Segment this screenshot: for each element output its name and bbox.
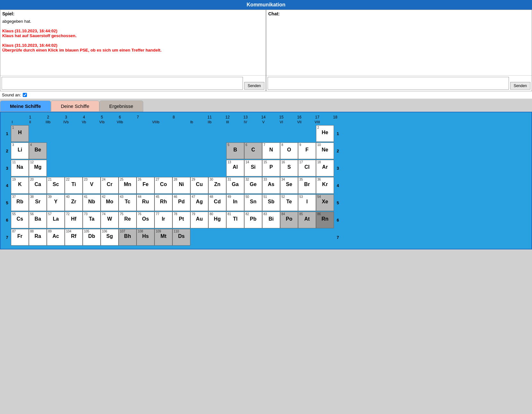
- pse-container: 1 2 3 4 5 6 7 8 9 10 11 12 13 14 15 16 1…: [0, 112, 532, 249]
- element-Ir[interactable]: 77Ir: [154, 212, 172, 228]
- tab-meine-schiffe[interactable]: Meine Schiffe: [0, 101, 51, 112]
- element-S[interactable]: 16S: [280, 160, 298, 176]
- chat-senden-button[interactable]: Senden: [510, 82, 530, 90]
- element-Au[interactable]: 79Au: [190, 212, 208, 228]
- element-Tc[interactable]: 43Tc: [119, 194, 137, 211]
- element-Na[interactable]: 11Na: [11, 160, 29, 176]
- element-Al[interactable]: 13Al: [226, 160, 244, 176]
- element-Ac[interactable]: 89Ac: [47, 229, 65, 246]
- element-B[interactable]: 5B: [226, 142, 244, 159]
- element-F[interactable]: 9F: [298, 142, 316, 159]
- spiel-input[interactable]: [2, 77, 243, 90]
- element-W[interactable]: 74W: [101, 212, 119, 228]
- element-Pt[interactable]: 78Pt: [172, 212, 190, 228]
- element-Hg[interactable]: 80Hg: [208, 212, 226, 228]
- element-Ra[interactable]: 88Ra: [29, 229, 47, 246]
- element-C[interactable]: 6C: [244, 142, 262, 159]
- element-Sb[interactable]: 51Sb: [262, 194, 280, 211]
- element-Be[interactable]: 4Be: [29, 142, 47, 159]
- element-Re[interactable]: 75Re: [119, 212, 137, 228]
- element-As[interactable]: 33As: [262, 177, 280, 194]
- element-Li[interactable]: 3Li: [11, 142, 29, 159]
- element-Fe[interactable]: 26Fe: [137, 177, 154, 194]
- element-Ne[interactable]: 10Ne: [316, 142, 334, 159]
- element-I[interactable]: 53I: [298, 194, 316, 211]
- element-Y[interactable]: 39Y: [47, 194, 65, 211]
- element-Ag[interactable]: 47Ag: [190, 194, 208, 211]
- element-Te[interactable]: 52Te: [280, 194, 298, 211]
- element-In[interactable]: 49In: [226, 194, 244, 211]
- period-row-2: 2 3Li 4Be 5B 6C 7N 8O 9F 10Ne 2: [3, 142, 529, 159]
- element-Cs[interactable]: 55Cs: [11, 212, 29, 228]
- element-Sr[interactable]: 38Sr: [29, 194, 47, 211]
- element-Ca[interactable]: 20Ca: [29, 177, 47, 194]
- element-P[interactable]: 15P: [262, 160, 280, 176]
- element-Ga[interactable]: 31Ga: [226, 177, 244, 194]
- element-Ge[interactable]: 32Ge: [244, 177, 262, 194]
- element-Os[interactable]: 76Os: [137, 212, 154, 228]
- element-Mt[interactable]: 109Mt: [154, 229, 172, 246]
- element-O[interactable]: 8O: [280, 142, 298, 159]
- element-Sc[interactable]: 21Sc: [47, 177, 65, 194]
- element-Cu[interactable]: 29Cu: [190, 177, 208, 194]
- element-V[interactable]: 23V: [83, 177, 101, 194]
- element-Ni[interactable]: 28Ni: [172, 177, 190, 194]
- element-Br[interactable]: 35Br: [298, 177, 316, 194]
- element-Se[interactable]: 34Se: [280, 177, 298, 194]
- element-Co[interactable]: 27Co: [154, 177, 172, 194]
- element-Xe[interactable]: 54Xe: [316, 194, 334, 211]
- chat-input[interactable]: [268, 77, 509, 90]
- sound-checkbox[interactable]: [23, 93, 27, 97]
- element-Pb[interactable]: 82Pb: [244, 212, 262, 228]
- period-row-4: 4 19K 20Ca 21Sc 22Ti 23V 24Cr 25Mn 26Fe …: [3, 177, 529, 194]
- element-Ru[interactable]: 44Ru: [137, 194, 154, 211]
- spiel-senden-button[interactable]: Senden: [244, 82, 264, 90]
- element-Ba[interactable]: 56Ba: [29, 212, 47, 228]
- element-Bi[interactable]: 83Bi: [262, 212, 280, 228]
- element-Ar[interactable]: 18Ar: [316, 160, 334, 176]
- element-K[interactable]: 19K: [11, 177, 29, 194]
- element-Zn[interactable]: 30Zn: [208, 177, 226, 194]
- element-Nb[interactable]: 41Nb: [83, 194, 101, 211]
- element-Rb[interactable]: 37Rb: [11, 194, 29, 211]
- col-group-row: I II IIIb IVb Vb VIb VIIb VIIIb Ib IIb I…: [3, 120, 529, 124]
- element-Hs[interactable]: 108Hs: [137, 229, 154, 246]
- tab-deine-schiffe[interactable]: Deine Schiffe: [51, 101, 99, 112]
- element-Sg[interactable]: 106Sg: [101, 229, 119, 246]
- element-At[interactable]: 85At: [298, 212, 316, 228]
- element-Hf[interactable]: 72Hf: [65, 212, 83, 228]
- element-Cl[interactable]: 17Cl: [298, 160, 316, 176]
- element-Ta[interactable]: 73Ta: [83, 212, 101, 228]
- tab-ergebnisse[interactable]: Ergebnisse: [99, 101, 143, 112]
- period-row-7: 7 87Fr 88Ra 89Ac 104Rf 105Db 106Sg 107Bh…: [3, 229, 529, 246]
- element-Zr[interactable]: 40Zr: [65, 194, 83, 211]
- sound-row: Sound an:: [0, 91, 532, 99]
- element-Mn[interactable]: 25Mn: [119, 177, 137, 194]
- chat-label: Chat:: [266, 10, 532, 18]
- spiel-panel: Spiel: abgegeben hat. Klaus (31.10.2023,…: [0, 10, 266, 91]
- element-Mg[interactable]: 12Mg: [29, 160, 47, 176]
- element-Cd[interactable]: 48Cd: [208, 194, 226, 211]
- element-Rh[interactable]: 45Rh: [154, 194, 172, 211]
- element-Po[interactable]: 84Po: [280, 212, 298, 228]
- element-Mo[interactable]: 42Mo: [101, 194, 119, 211]
- element-H[interactable]: 1H: [11, 125, 29, 142]
- spiel-input-row: Senden: [0, 75, 266, 91]
- element-Db[interactable]: 105Db: [83, 229, 101, 246]
- element-Fr[interactable]: 87Fr: [11, 229, 29, 246]
- element-Bh[interactable]: 107Bh: [119, 229, 137, 246]
- element-Ds[interactable]: 110Ds: [172, 229, 190, 246]
- element-Si[interactable]: 14Si: [244, 160, 262, 176]
- element-Sn[interactable]: 50Sn: [244, 194, 262, 211]
- sound-label: Sound an:: [2, 93, 21, 97]
- element-Kr[interactable]: 36Kr: [316, 177, 334, 194]
- element-Cr[interactable]: 24Cr: [101, 177, 119, 194]
- element-Rf[interactable]: 104Rf: [65, 229, 83, 246]
- element-He[interactable]: 2He: [316, 125, 334, 142]
- element-La[interactable]: 57La: [47, 212, 65, 228]
- element-N[interactable]: 7N: [262, 142, 280, 159]
- element-Ti[interactable]: 22Ti: [65, 177, 83, 194]
- element-Pd[interactable]: 46Pd: [172, 194, 190, 211]
- element-Rn[interactable]: 86Rn: [316, 212, 334, 228]
- element-Tl[interactable]: 81Tl: [226, 212, 244, 228]
